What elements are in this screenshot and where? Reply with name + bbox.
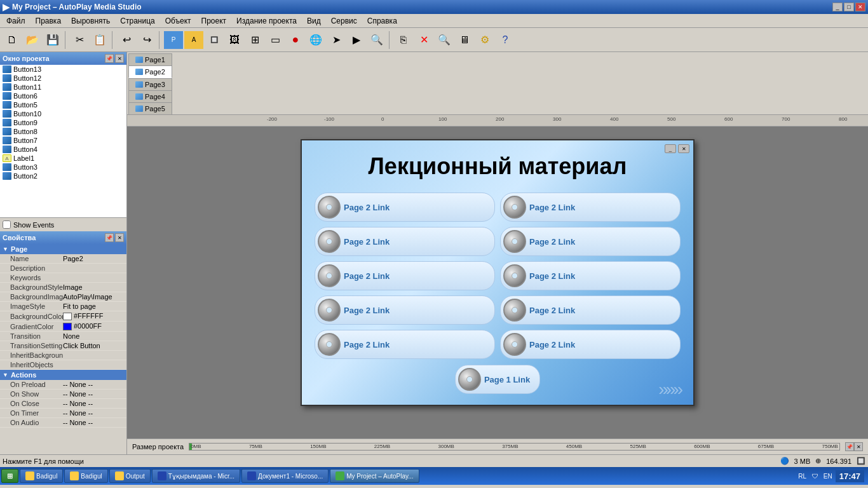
tree-item-10[interactable]: ALabel1 <box>0 154 126 163</box>
menu-file[interactable]: Файл <box>1 15 31 27</box>
tb-zoom[interactable]: 🔍 <box>367 31 386 49</box>
tb-rect[interactable]: ▭ <box>266 31 285 49</box>
show-events-checkbox[interactable] <box>3 220 11 229</box>
menu-align[interactable]: Выровнять <box>66 15 115 27</box>
mem-750mb: 750MB <box>822 444 838 449</box>
cd-btn-9[interactable]: Page 2 Link <box>315 330 495 359</box>
tb-undo[interactable]: ↩ <box>117 31 136 49</box>
tb-redo[interactable]: ↪ <box>137 31 156 49</box>
tb-video[interactable]: ▶ <box>347 31 366 49</box>
props-page-section[interactable]: ▼ Page <box>0 244 126 254</box>
properties-pin[interactable]: 📌 <box>105 233 114 242</box>
cd-btn-4[interactable]: Page 2 Link <box>500 227 681 256</box>
minimize-button[interactable]: _ <box>832 3 843 11</box>
taskbar-item-3[interactable]: Тұқырымдама - Micr... <box>152 469 240 483</box>
tab-page4[interactable]: Page4 <box>128 90 172 102</box>
tb-settings[interactable]: ⚙ <box>475 31 494 49</box>
menu-publish[interactable]: Издание проекта <box>231 15 302 27</box>
cd-btn-2[interactable]: Page 2 Link <box>500 193 681 222</box>
tb-page[interactable]: P <box>164 31 183 49</box>
tab-page5[interactable]: Page5 <box>128 102 172 114</box>
tb-copy[interactable]: 📋 <box>90 31 109 49</box>
arrow-watermark: »»» <box>658 379 681 400</box>
tb-btn[interactable]: 🔲 <box>205 31 224 49</box>
menu-project[interactable]: Проект <box>196 15 232 27</box>
menu-page[interactable]: Страница <box>115 15 159 27</box>
action-row-3: On Timer-- None -- <box>0 409 126 418</box>
tb-del[interactable]: ✕ <box>414 31 433 49</box>
menu-service[interactable]: Сервис <box>326 15 362 27</box>
tb-arrow[interactable]: ➤ <box>327 31 346 49</box>
menu-object[interactable]: Объект <box>160 15 196 27</box>
cd-btn-6[interactable]: Page 2 Link <box>500 261 681 290</box>
taskbar-icon-2 <box>115 471 124 480</box>
tree-item-9[interactable]: Button4 <box>0 145 126 154</box>
props-arrow: ▼ <box>3 246 8 252</box>
color-swatch-6 <box>63 313 72 320</box>
project-size-close[interactable]: ✕ <box>854 442 863 451</box>
tab-page3[interactable]: Page3 <box>128 78 172 90</box>
menu-help[interactable]: Справка <box>362 15 402 27</box>
tree-item-4[interactable]: Button5 <box>0 100 126 109</box>
project-window-close[interactable]: ✕ <box>115 54 124 63</box>
properties-controls[interactable]: 📌 ✕ <box>105 233 124 242</box>
tb-label[interactable]: A <box>184 31 203 49</box>
project-size-pin[interactable]: 📌 <box>845 442 854 451</box>
menu-bar: Файл Правка Выровнять Страница Объект Пр… <box>0 14 868 28</box>
prop-row-7: GradientColor#0000FF <box>0 322 126 332</box>
close-button[interactable]: ✕ <box>855 3 865 11</box>
start-button[interactable]: ⊞ <box>1 469 18 483</box>
cd-btn-5[interactable]: Page 2 Link <box>315 261 495 290</box>
taskbar-item-1[interactable]: Badigul <box>64 469 107 483</box>
tree-item-0[interactable]: Button13 <box>0 65 126 74</box>
taskbar-label-5: My Project – AutoPlay... <box>346 473 413 480</box>
properties-close[interactable]: ✕ <box>115 233 124 242</box>
cd-btn-bottom[interactable]: Page 1 Link <box>455 365 540 394</box>
project-window-pin[interactable]: 📌 <box>105 54 114 63</box>
taskbar-item-4[interactable]: Документ1 - Microso... <box>241 469 329 483</box>
tree-item-8[interactable]: Button7 <box>0 136 126 145</box>
props-actions-section[interactable]: ▼ Actions <box>0 370 126 380</box>
prop-name-9: TransitionSetting <box>0 341 60 350</box>
preview-minimize[interactable]: _ <box>665 144 676 153</box>
taskbar-item-0[interactable]: Badigul <box>20 469 63 483</box>
tree-item-7[interactable]: Button8 <box>0 127 126 136</box>
preview-close[interactable]: ✕ <box>678 144 689 153</box>
tree-item-12[interactable]: Button2 <box>0 172 126 180</box>
menu-view[interactable]: Вид <box>302 15 326 27</box>
cd-btn-8[interactable]: Page 2 Link <box>500 295 681 325</box>
tb-open[interactable]: 📂 <box>23 31 42 49</box>
tb-zoom2[interactable]: 🔍 <box>435 31 454 49</box>
tree-item-5[interactable]: Button10 <box>0 109 126 118</box>
tb-cut[interactable]: ✂ <box>70 31 89 49</box>
cd-icon-5 <box>318 264 341 287</box>
tree-item-1[interactable]: Button12 <box>0 74 126 83</box>
titlebar-controls[interactable]: _ □ ✕ <box>832 3 865 11</box>
tree-item-3[interactable]: Button6 <box>0 92 126 100</box>
tree-item-2[interactable]: Button11 <box>0 83 126 92</box>
menu-edit[interactable]: Правка <box>31 15 67 27</box>
tb-img[interactable]: 🖼 <box>225 31 244 49</box>
cd-btn-10[interactable]: Page 2 Link <box>500 330 681 359</box>
maximize-button[interactable]: □ <box>844 3 854 11</box>
tb-help[interactable]: ? <box>496 31 515 49</box>
cd-btn-7[interactable]: Page 2 Link <box>315 295 495 325</box>
project-window-controls[interactable]: 📌 ✕ <box>105 54 124 63</box>
tb-new[interactable]: 🗋 <box>3 31 22 49</box>
tb-monitor[interactable]: 🖥 <box>455 31 474 49</box>
tb-grid[interactable]: ⊞ <box>245 31 264 49</box>
taskbar-item-5[interactable]: My Project – AutoPlay... <box>330 469 419 483</box>
cd-btn-3[interactable]: Page 2 Link <box>315 227 495 256</box>
tree-item-6[interactable]: Button9 <box>0 118 126 127</box>
prop-value-0: Page2 <box>60 254 126 263</box>
tb-web[interactable]: 🌐 <box>306 31 325 49</box>
canvas-scroll[interactable]: _ ✕ Лекционный материал Page 2 Link Page… <box>127 126 868 438</box>
tb-run[interactable]: ● <box>286 31 305 49</box>
tab-page2[interactable]: Page2 <box>128 65 172 78</box>
tb-save[interactable]: 💾 <box>43 31 62 49</box>
tree-item-11[interactable]: Button3 <box>0 163 126 172</box>
tab-page1[interactable]: Page1 <box>128 53 172 65</box>
taskbar-item-2[interactable]: Output <box>109 469 151 483</box>
tb-copy2[interactable]: ⎘ <box>394 31 413 49</box>
cd-btn-1[interactable]: Page 2 Link <box>315 193 495 222</box>
